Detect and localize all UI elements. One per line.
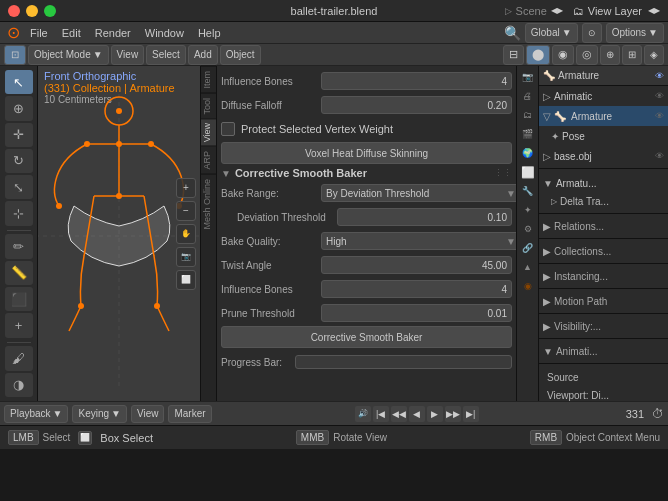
- box-select-icon[interactable]: ⬜: [78, 431, 92, 445]
- local-view-btn[interactable]: ⬜: [176, 270, 196, 290]
- maximize-button[interactable]: [44, 5, 56, 17]
- corrective-section-header[interactable]: ▼ Corrective Smooth Baker ⋮⋮: [221, 167, 512, 179]
- voxel-btn[interactable]: Voxel Heat Diffuse Skinning: [221, 142, 512, 164]
- world-props-icon[interactable]: 🌍: [519, 144, 537, 162]
- gizmo-btn[interactable]: ⊕: [600, 45, 620, 65]
- jump-end-btn[interactable]: ▶|: [463, 406, 479, 422]
- scene-props-icon[interactable]: 🎬: [519, 125, 537, 143]
- cursor-tool[interactable]: ⊕: [5, 96, 33, 120]
- outliner-item-armature[interactable]: ▽ 🦴 Armature 👁: [539, 106, 668, 126]
- zoom-in-btn[interactable]: +: [176, 178, 196, 198]
- global-selector[interactable]: Global ▼: [525, 23, 578, 43]
- audio-btn[interactable]: 🔊: [355, 406, 371, 422]
- add-cube-tool[interactable]: ⬛: [5, 287, 33, 311]
- brush-tool[interactable]: 🖌: [5, 346, 33, 370]
- next-frame-btn[interactable]: ▶▶: [445, 406, 461, 422]
- armature-section-header[interactable]: ▼ Armatu...: [543, 174, 664, 192]
- menu-file[interactable]: File: [24, 25, 54, 41]
- influence-bones-field[interactable]: 4: [321, 72, 512, 90]
- prev-frame-btn[interactable]: ◀◀: [391, 406, 407, 422]
- playback-btn[interactable]: Playback ▼: [4, 405, 68, 423]
- solid-btn[interactable]: ⬤: [526, 45, 550, 65]
- view-tab[interactable]: View: [201, 118, 216, 146]
- viewport[interactable]: Front Orthographic (331) Collection | Ar…: [38, 66, 200, 401]
- base-eye-icon[interactable]: 👁: [655, 151, 664, 161]
- bake-range-field[interactable]: By Deviation Threshold ▼: [321, 184, 516, 202]
- delta-tra-row[interactable]: ▷ Delta Tra...: [543, 192, 664, 210]
- output-props-icon[interactable]: 🖨: [519, 87, 537, 105]
- bake-quality-field[interactable]: High ▼: [321, 232, 516, 250]
- twist-angle-field[interactable]: 45.00: [321, 256, 512, 274]
- physics-props-icon[interactable]: ⚙: [519, 220, 537, 238]
- animatic-eye-icon[interactable]: 👁: [655, 91, 664, 101]
- animation-header[interactable]: ▼ Animati...: [543, 342, 664, 360]
- gradient-tool[interactable]: ◑: [5, 373, 33, 397]
- move-tool[interactable]: ✛: [5, 123, 33, 147]
- pan-btn[interactable]: ✋: [176, 224, 196, 244]
- arp-tab[interactable]: ARP: [201, 146, 216, 174]
- minimize-button[interactable]: [26, 5, 38, 17]
- close-button[interactable]: [8, 5, 20, 17]
- options-btn[interactable]: Options ▼: [606, 23, 664, 43]
- zoom-out-btn[interactable]: −: [176, 201, 196, 221]
- view-menu[interactable]: View: [111, 45, 145, 65]
- search-icon[interactable]: 🔍: [504, 25, 521, 41]
- menu-help[interactable]: Help: [192, 25, 227, 41]
- diffuse-falloff-field[interactable]: 0.20: [321, 96, 512, 114]
- modifier-props-icon[interactable]: 🔧: [519, 182, 537, 200]
- jump-start-btn[interactable]: |◀: [373, 406, 389, 422]
- render-props-icon[interactable]: 📷: [519, 68, 537, 86]
- material-btn[interactable]: ◉: [552, 45, 574, 65]
- material-props-icon[interactable]: ◉: [519, 277, 537, 295]
- select-menu[interactable]: Select: [146, 45, 186, 65]
- add-menu[interactable]: Add: [188, 45, 218, 65]
- camera-btn[interactable]: 📷: [176, 247, 196, 267]
- menu-window[interactable]: Window: [139, 25, 190, 41]
- outliner-item-animatic[interactable]: ▷ Animatic 👁: [539, 86, 668, 106]
- blender-icon[interactable]: ⊙: [4, 24, 22, 42]
- rendered-btn[interactable]: ◎: [576, 45, 598, 65]
- wireframe-btn[interactable]: ⊟: [503, 45, 524, 65]
- rotate-tool[interactable]: ↻: [5, 149, 33, 173]
- transform-tool[interactable]: ⊹: [5, 201, 33, 225]
- view-layer-props-icon[interactable]: 🗂: [519, 106, 537, 124]
- clock-icon[interactable]: ⏱: [652, 407, 664, 421]
- particles-props-icon[interactable]: ✦: [519, 201, 537, 219]
- tool-tab[interactable]: Tool: [201, 93, 216, 119]
- outliner-item-base[interactable]: ▷ base.obj 👁: [539, 146, 668, 166]
- menu-edit[interactable]: Edit: [56, 25, 87, 41]
- armature-eye-icon[interactable]: 👁: [655, 111, 664, 121]
- protect-checkbox[interactable]: [221, 122, 235, 136]
- scale-tool[interactable]: ⤡: [5, 175, 33, 199]
- view-timeline-btn[interactable]: View: [131, 405, 165, 423]
- mesh-online-tab[interactable]: Mesh Online: [201, 174, 216, 234]
- marker-btn[interactable]: Marker: [168, 405, 211, 423]
- constraints-props-icon[interactable]: 🔗: [519, 239, 537, 257]
- deviation-threshold-field[interactable]: 0.10: [337, 208, 512, 226]
- play-back-btn[interactable]: ◀: [409, 406, 425, 422]
- xray-btn[interactable]: ◈: [644, 45, 664, 65]
- menu-render[interactable]: Render: [89, 25, 137, 41]
- influence-bones2-field[interactable]: 4: [321, 280, 512, 298]
- data-props-icon[interactable]: ▲: [519, 258, 537, 276]
- prune-threshold-field[interactable]: 0.01: [321, 304, 512, 322]
- instancing-header[interactable]: ▶ Instancing...: [543, 267, 664, 285]
- keying-btn[interactable]: Keying ▼: [72, 405, 126, 423]
- overlays-btn[interactable]: ⊞: [622, 45, 642, 65]
- item-tab[interactable]: Item: [201, 66, 216, 93]
- header-eye-icon[interactable]: 👁: [655, 71, 664, 81]
- outliner-item-pose[interactable]: ✦ Pose: [539, 126, 668, 146]
- object-menu[interactable]: Object: [220, 45, 261, 65]
- motion-path-header[interactable]: ▶ Motion Path: [543, 292, 664, 310]
- viewport-icon[interactable]: ⊡: [4, 45, 26, 65]
- annotate-tool[interactable]: ✏: [5, 234, 33, 258]
- proportional-btn[interactable]: ⊙: [582, 23, 602, 43]
- corrective-btn[interactable]: Corrective Smooth Baker: [221, 326, 512, 348]
- object-mode-btn[interactable]: Object Mode ▼: [28, 45, 109, 65]
- object-props-icon[interactable]: ⬜: [519, 163, 537, 181]
- visibility-header[interactable]: ▶ Visibility:...: [543, 317, 664, 335]
- relations-header[interactable]: ▶ Relations...: [543, 217, 664, 235]
- play-btn[interactable]: ▶: [427, 406, 443, 422]
- add-tool[interactable]: +: [5, 313, 33, 337]
- measure-tool[interactable]: 📏: [5, 261, 33, 285]
